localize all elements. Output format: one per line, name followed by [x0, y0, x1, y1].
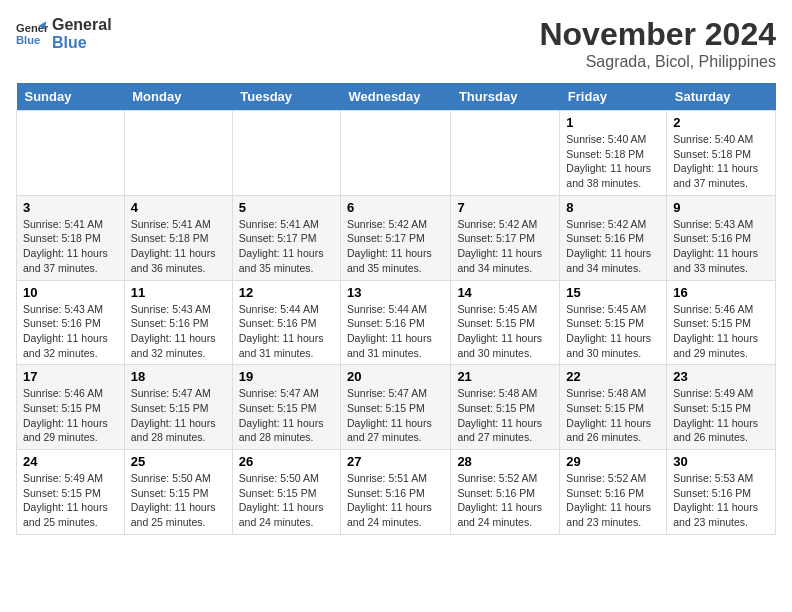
day-header-thursday: Thursday — [451, 83, 560, 111]
logo-icon: General Blue — [16, 18, 48, 50]
day-number: 1 — [566, 115, 660, 130]
day-number: 22 — [566, 369, 660, 384]
day-number: 27 — [347, 454, 444, 469]
day-number: 13 — [347, 285, 444, 300]
day-number: 16 — [673, 285, 769, 300]
day-info: Sunrise: 5:41 AM Sunset: 5:17 PM Dayligh… — [239, 217, 334, 276]
day-number: 21 — [457, 369, 553, 384]
day-info: Sunrise: 5:46 AM Sunset: 5:15 PM Dayligh… — [23, 386, 118, 445]
day-info: Sunrise: 5:42 AM Sunset: 5:17 PM Dayligh… — [347, 217, 444, 276]
day-info: Sunrise: 5:40 AM Sunset: 5:18 PM Dayligh… — [673, 132, 769, 191]
day-number: 23 — [673, 369, 769, 384]
day-number: 4 — [131, 200, 226, 215]
day-cell: 4Sunrise: 5:41 AM Sunset: 5:18 PM Daylig… — [124, 195, 232, 280]
day-number: 9 — [673, 200, 769, 215]
day-number: 15 — [566, 285, 660, 300]
day-cell: 21Sunrise: 5:48 AM Sunset: 5:15 PM Dayli… — [451, 365, 560, 450]
week-row-2: 3Sunrise: 5:41 AM Sunset: 5:18 PM Daylig… — [17, 195, 776, 280]
day-cell: 28Sunrise: 5:52 AM Sunset: 5:16 PM Dayli… — [451, 450, 560, 535]
day-cell: 15Sunrise: 5:45 AM Sunset: 5:15 PM Dayli… — [560, 280, 667, 365]
day-info: Sunrise: 5:41 AM Sunset: 5:18 PM Dayligh… — [131, 217, 226, 276]
day-header-wednesday: Wednesday — [341, 83, 451, 111]
day-cell: 18Sunrise: 5:47 AM Sunset: 5:15 PM Dayli… — [124, 365, 232, 450]
day-cell — [232, 111, 340, 196]
week-row-4: 17Sunrise: 5:46 AM Sunset: 5:15 PM Dayli… — [17, 365, 776, 450]
day-number: 28 — [457, 454, 553, 469]
day-info: Sunrise: 5:53 AM Sunset: 5:16 PM Dayligh… — [673, 471, 769, 530]
day-info: Sunrise: 5:42 AM Sunset: 5:17 PM Dayligh… — [457, 217, 553, 276]
title-area: November 2024 Sagrada, Bicol, Philippine… — [539, 16, 776, 71]
day-cell: 11Sunrise: 5:43 AM Sunset: 5:16 PM Dayli… — [124, 280, 232, 365]
day-cell: 7Sunrise: 5:42 AM Sunset: 5:17 PM Daylig… — [451, 195, 560, 280]
day-cell: 6Sunrise: 5:42 AM Sunset: 5:17 PM Daylig… — [341, 195, 451, 280]
day-cell: 30Sunrise: 5:53 AM Sunset: 5:16 PM Dayli… — [667, 450, 776, 535]
day-number: 29 — [566, 454, 660, 469]
day-number: 2 — [673, 115, 769, 130]
day-number: 6 — [347, 200, 444, 215]
day-header-friday: Friday — [560, 83, 667, 111]
day-number: 30 — [673, 454, 769, 469]
week-row-3: 10Sunrise: 5:43 AM Sunset: 5:16 PM Dayli… — [17, 280, 776, 365]
day-cell: 9Sunrise: 5:43 AM Sunset: 5:16 PM Daylig… — [667, 195, 776, 280]
header: General Blue General Blue November 2024 … — [16, 16, 776, 71]
day-info: Sunrise: 5:49 AM Sunset: 5:15 PM Dayligh… — [673, 386, 769, 445]
day-cell: 13Sunrise: 5:44 AM Sunset: 5:16 PM Dayli… — [341, 280, 451, 365]
day-cell: 20Sunrise: 5:47 AM Sunset: 5:15 PM Dayli… — [341, 365, 451, 450]
day-header-tuesday: Tuesday — [232, 83, 340, 111]
day-cell: 23Sunrise: 5:49 AM Sunset: 5:15 PM Dayli… — [667, 365, 776, 450]
day-info: Sunrise: 5:52 AM Sunset: 5:16 PM Dayligh… — [566, 471, 660, 530]
day-info: Sunrise: 5:50 AM Sunset: 5:15 PM Dayligh… — [239, 471, 334, 530]
day-number: 7 — [457, 200, 553, 215]
day-info: Sunrise: 5:51 AM Sunset: 5:16 PM Dayligh… — [347, 471, 444, 530]
day-cell: 19Sunrise: 5:47 AM Sunset: 5:15 PM Dayli… — [232, 365, 340, 450]
day-info: Sunrise: 5:46 AM Sunset: 5:15 PM Dayligh… — [673, 302, 769, 361]
day-info: Sunrise: 5:52 AM Sunset: 5:16 PM Dayligh… — [457, 471, 553, 530]
day-number: 11 — [131, 285, 226, 300]
day-cell: 17Sunrise: 5:46 AM Sunset: 5:15 PM Dayli… — [17, 365, 125, 450]
day-info: Sunrise: 5:47 AM Sunset: 5:15 PM Dayligh… — [131, 386, 226, 445]
location-title: Sagrada, Bicol, Philippines — [539, 53, 776, 71]
logo-line1: General — [52, 16, 112, 34]
day-info: Sunrise: 5:44 AM Sunset: 5:16 PM Dayligh… — [239, 302, 334, 361]
day-cell: 10Sunrise: 5:43 AM Sunset: 5:16 PM Dayli… — [17, 280, 125, 365]
day-number: 19 — [239, 369, 334, 384]
day-cell: 12Sunrise: 5:44 AM Sunset: 5:16 PM Dayli… — [232, 280, 340, 365]
day-header-sunday: Sunday — [17, 83, 125, 111]
day-info: Sunrise: 5:48 AM Sunset: 5:15 PM Dayligh… — [566, 386, 660, 445]
day-cell: 24Sunrise: 5:49 AM Sunset: 5:15 PM Dayli… — [17, 450, 125, 535]
day-cell: 27Sunrise: 5:51 AM Sunset: 5:16 PM Dayli… — [341, 450, 451, 535]
header-row: SundayMondayTuesdayWednesdayThursdayFrid… — [17, 83, 776, 111]
day-info: Sunrise: 5:43 AM Sunset: 5:16 PM Dayligh… — [673, 217, 769, 276]
day-info: Sunrise: 5:43 AM Sunset: 5:16 PM Dayligh… — [23, 302, 118, 361]
week-row-5: 24Sunrise: 5:49 AM Sunset: 5:15 PM Dayli… — [17, 450, 776, 535]
day-info: Sunrise: 5:45 AM Sunset: 5:15 PM Dayligh… — [566, 302, 660, 361]
day-header-saturday: Saturday — [667, 83, 776, 111]
day-info: Sunrise: 5:48 AM Sunset: 5:15 PM Dayligh… — [457, 386, 553, 445]
day-cell: 16Sunrise: 5:46 AM Sunset: 5:15 PM Dayli… — [667, 280, 776, 365]
logo: General Blue General Blue — [16, 16, 112, 51]
day-cell: 14Sunrise: 5:45 AM Sunset: 5:15 PM Dayli… — [451, 280, 560, 365]
week-row-1: 1Sunrise: 5:40 AM Sunset: 5:18 PM Daylig… — [17, 111, 776, 196]
day-number: 18 — [131, 369, 226, 384]
day-number: 25 — [131, 454, 226, 469]
day-cell: 8Sunrise: 5:42 AM Sunset: 5:16 PM Daylig… — [560, 195, 667, 280]
day-info: Sunrise: 5:44 AM Sunset: 5:16 PM Dayligh… — [347, 302, 444, 361]
day-header-monday: Monday — [124, 83, 232, 111]
day-cell — [451, 111, 560, 196]
day-info: Sunrise: 5:50 AM Sunset: 5:15 PM Dayligh… — [131, 471, 226, 530]
day-cell — [17, 111, 125, 196]
day-cell — [124, 111, 232, 196]
day-number: 26 — [239, 454, 334, 469]
day-number: 3 — [23, 200, 118, 215]
day-info: Sunrise: 5:43 AM Sunset: 5:16 PM Dayligh… — [131, 302, 226, 361]
day-number: 24 — [23, 454, 118, 469]
day-info: Sunrise: 5:40 AM Sunset: 5:18 PM Dayligh… — [566, 132, 660, 191]
day-cell: 26Sunrise: 5:50 AM Sunset: 5:15 PM Dayli… — [232, 450, 340, 535]
month-title: November 2024 — [539, 16, 776, 53]
day-info: Sunrise: 5:45 AM Sunset: 5:15 PM Dayligh… — [457, 302, 553, 361]
day-cell: 5Sunrise: 5:41 AM Sunset: 5:17 PM Daylig… — [232, 195, 340, 280]
day-cell: 3Sunrise: 5:41 AM Sunset: 5:18 PM Daylig… — [17, 195, 125, 280]
day-number: 8 — [566, 200, 660, 215]
day-cell: 1Sunrise: 5:40 AM Sunset: 5:18 PM Daylig… — [560, 111, 667, 196]
day-number: 17 — [23, 369, 118, 384]
